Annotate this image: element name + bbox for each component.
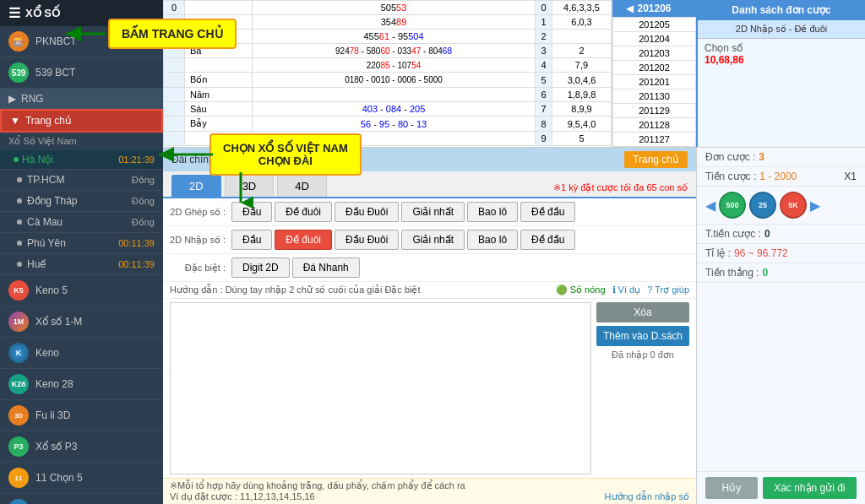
result-label: Bảy	[185, 117, 253, 132]
sidebar-item-fuli3d[interactable]: 3D Fu li 3D	[0, 400, 163, 431]
bet-ghep-baolo[interactable]: Bao lô	[467, 202, 518, 222]
xoso1m-label: Xổ số 1-M	[35, 316, 82, 328]
sidebar-section-rng[interactable]: ▶ RNG	[0, 89, 163, 109]
sidebar-item-xosop3[interactable]: P3 Xổ số P3	[0, 431, 163, 463]
sidebar-item-11chon5[interactable]: 11 11 Chọn 5	[0, 463, 163, 494]
keno-label: Keno	[35, 347, 59, 359]
keno28-label: Keno 28	[35, 378, 73, 390]
stat-value: 1,8,9,8	[552, 88, 612, 102]
sidebar-item-hanoi[interactable]: Hà Nội 01:21:39	[0, 150, 163, 170]
chip-500[interactable]: 500	[719, 192, 746, 219]
sidebar-item-keno28[interactable]: K28 Keno 28	[0, 369, 163, 400]
chip-25[interactable]: 25	[749, 192, 776, 219]
bet-digit2d[interactable]: Digit 2D	[231, 257, 290, 278]
stat-num: 0	[536, 1, 552, 15]
result-numbers: 403 - 084 - 205	[253, 102, 536, 117]
row-num	[164, 102, 185, 117]
result-numbers: 22085 - 10754	[253, 58, 536, 73]
stat-value: 6,0,3	[552, 15, 612, 30]
sidebar-item-keno[interactable]: K Keno	[0, 338, 163, 369]
result-label: Sáu	[185, 102, 253, 117]
xac-nhan-button[interactable]: Xác nhận gửi đi	[763, 477, 857, 499]
stat-value: 8,9,9	[552, 102, 612, 117]
table-row[interactable]: 201128	[613, 118, 696, 133]
sidebar-section-trangchu[interactable]: ▼ Trang chủ	[0, 109, 163, 133]
sidebar-item-hue[interactable]: Huế 00:11:39	[0, 254, 163, 275]
bet-nhap-baolo[interactable]: Bao lô	[467, 230, 518, 250]
sidebar-item-tphcm[interactable]: TP.HCM Đồng	[0, 170, 163, 191]
stat-value: 5	[552, 132, 612, 146]
table-row[interactable]: 201129	[613, 104, 696, 118]
bet-danhanh[interactable]: Đá Nhanh	[292, 257, 360, 278]
input-area: Xóa Thêm vào D.sách Đã nhập 0 đơn	[163, 299, 696, 478]
them-button[interactable]: Thêm vào D.sách	[596, 326, 689, 346]
bet-row-dacbiet: Đặc biệt : Digit 2D Đá Nhanh	[163, 254, 696, 282]
stat-num: 3	[536, 44, 552, 58]
table-row[interactable]: 201201	[613, 75, 696, 89]
table-row[interactable]: 201130	[613, 89, 696, 104]
don-cuoc-row: Đơn cược : 3	[697, 148, 865, 167]
happy10-icon: H10	[8, 499, 29, 504]
hint-line2-row: Ví dụ đặt cược : 11,12,13,14,15,16 Hướng…	[170, 491, 689, 502]
table-row[interactable]: 201127	[613, 133, 696, 147]
bet-dacbiet-label: Đặc biệt :	[170, 263, 229, 274]
period-link[interactable]: 201201	[613, 75, 696, 89]
period-link[interactable]: 201202	[613, 61, 696, 75]
sidebar-item-xoso1m[interactable]: 1M Xổ số 1-M	[0, 306, 163, 338]
bet-ghep-deduoi[interactable]: Đề đuôi	[275, 202, 332, 222]
chip-prev-arrow[interactable]: ◀	[705, 198, 715, 214]
spacer	[697, 283, 865, 471]
sidebar-item-camau[interactable]: Cà Mau Đồng	[0, 212, 163, 233]
stat-num: 8	[536, 117, 552, 132]
bet-nhap-deduoi-active[interactable]: Đề đuôi	[275, 230, 332, 250]
stat-value: 7,9	[552, 58, 612, 73]
period-link[interactable]: 201130	[613, 89, 696, 104]
chip-next-arrow[interactable]: ▶	[810, 198, 820, 214]
period-link[interactable]: 201203	[613, 46, 696, 61]
vi-du-link[interactable]: ℹ Ví dụ	[612, 285, 641, 295]
sidebar-item-keno5[interactable]: K5 Keno 5	[0, 275, 163, 306]
don-cuoc-label: Đơn cược :	[705, 151, 755, 163]
bet-ghep-giainhat[interactable]: Giải nhất	[401, 202, 465, 222]
dongthap-label: Đồng Tháp	[27, 195, 77, 207]
sidebar-item-dongthap[interactable]: Đồng Tháp Đồng	[0, 191, 163, 212]
xoa-button[interactable]: Xóa	[596, 302, 689, 322]
period-link[interactable]: 201204	[613, 32, 696, 46]
so-nong-link[interactable]: 🟢 Số nóng	[556, 285, 606, 295]
huong-dan-nhap-so-link[interactable]: Hướng dẫn nhập số	[605, 491, 689, 502]
period-link[interactable]: 201128	[613, 118, 696, 133]
keno-icon: K	[8, 343, 29, 363]
stat-value: 2	[552, 44, 612, 58]
nav-header: ◀ 201206 ▶	[612, 0, 696, 17]
table-row[interactable]: 201205	[613, 18, 696, 32]
huy-button[interactable]: Hủy	[705, 477, 758, 499]
period-link[interactable]: 201127	[613, 133, 696, 147]
table-row[interactable]: 201204	[613, 32, 696, 46]
bet-ghep-dedau[interactable]: Đề đầu	[520, 202, 575, 222]
bet-nhap-dedau[interactable]: Đề đầu	[520, 230, 575, 250]
bet-ghep-dauduoi[interactable]: Đầu Đuôi	[335, 202, 399, 222]
right-sidebar: Đơn cược : 3 Tiền cược : 1 - 2000 X1 ◀ 5…	[696, 148, 865, 504]
chip-5k[interactable]: 5K	[780, 192, 807, 219]
stat-num: 9	[536, 132, 552, 146]
tab-4d[interactable]: 4D	[277, 175, 327, 197]
period-link[interactable]: 201205	[613, 18, 696, 32]
prev-arrow-btn[interactable]: ◀	[626, 3, 634, 14]
sidebar-item-539bct[interactable]: 539 539 BCT	[0, 57, 163, 89]
tro-giup-link[interactable]: ? Trợ giúp	[647, 285, 689, 295]
table-row: Năm 6 1,8,9,8	[164, 88, 612, 102]
bet-input[interactable]	[170, 302, 591, 474]
sidebar-item-phuyen[interactable]: Phú Yên 00:11:39	[0, 233, 163, 254]
sidebar-item-happy10[interactable]: H10 Happy 10	[0, 494, 163, 504]
bet-nhap-dauduoi[interactable]: Đầu Đuôi	[335, 230, 399, 250]
trang-chu-button[interactable]: Trang chủ	[624, 151, 688, 168]
table-row[interactable]: 201202	[613, 61, 696, 75]
tab-2d[interactable]: 2D	[171, 175, 221, 197]
bet-nhap-giainhat[interactable]: Giải nhất	[401, 230, 465, 250]
table-row: 22085 - 10754 4 7,9	[164, 58, 612, 73]
period-link[interactable]: 201129	[613, 104, 696, 118]
bet-ghep-label: 2D Ghép số :	[170, 207, 229, 218]
stat-value	[552, 30, 612, 44]
bet-nhap-dau[interactable]: Đầu	[231, 230, 272, 250]
table-row[interactable]: 201203	[613, 46, 696, 61]
